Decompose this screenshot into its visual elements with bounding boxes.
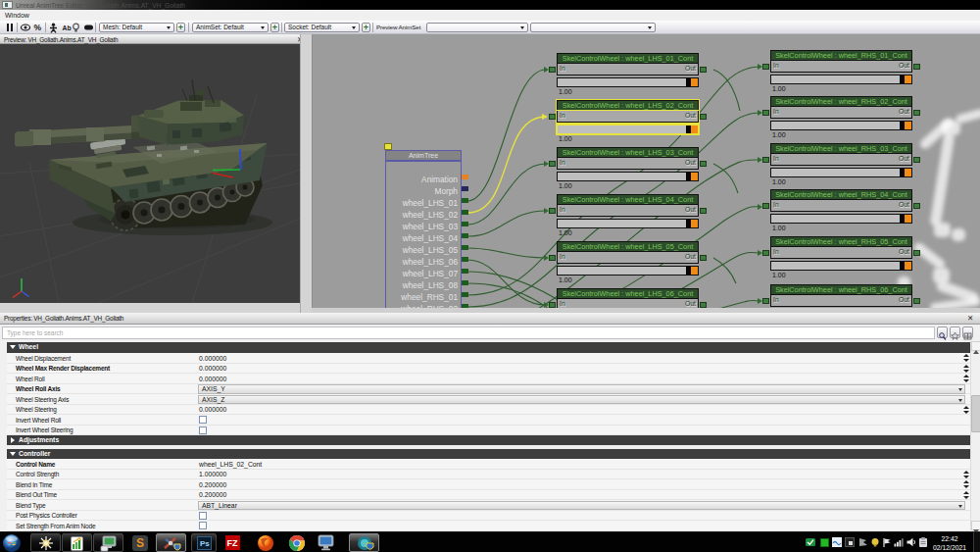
svg-text:Ab: Ab <box>63 25 72 31</box>
svg-text:%: % <box>34 23 42 32</box>
